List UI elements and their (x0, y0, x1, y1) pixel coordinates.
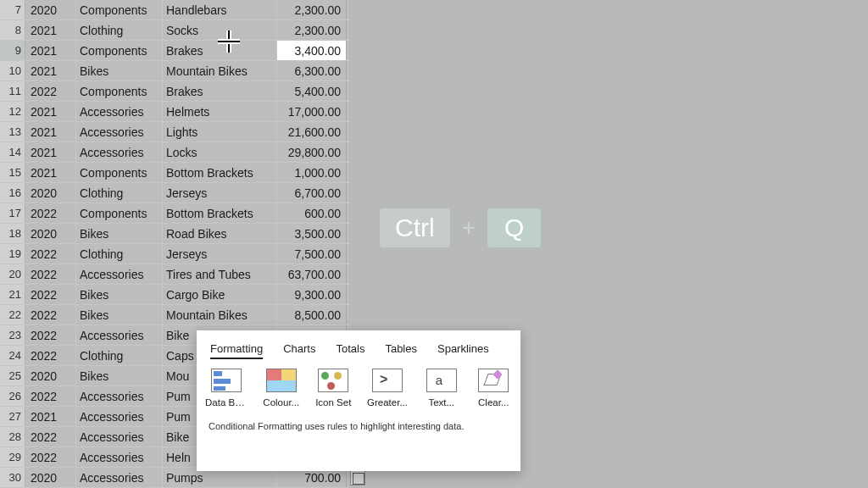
cell-year[interactable]: 2022 (25, 386, 76, 406)
format-option-textc[interactable]: Text... (423, 369, 460, 408)
cell-subcategory[interactable]: Handlebars (163, 0, 277, 19)
cell-year[interactable]: 2022 (25, 447, 76, 467)
cell-value[interactable]: 3,500.00 (277, 224, 347, 243)
row-header[interactable]: 17 (0, 203, 25, 223)
cell-category[interactable]: Accessories (76, 325, 163, 345)
cell-year[interactable]: 2020 (25, 0, 76, 19)
row-header[interactable]: 16 (0, 183, 25, 202)
format-option-colour[interactable]: Colour... (263, 369, 300, 408)
row-header[interactable]: 28 (0, 427, 25, 446)
cell-category[interactable]: Bikes (76, 61, 163, 80)
cell-category[interactable]: Accessories (76, 122, 163, 141)
table-row[interactable]: 192022ClothingJerseys7,500.00 (0, 244, 349, 264)
row-header[interactable]: 18 (0, 224, 25, 243)
cell-subcategory[interactable]: Jerseys (163, 244, 277, 263)
cell-value[interactable]: 6,700.00 (277, 183, 347, 202)
row-header[interactable]: 25 (0, 366, 25, 385)
cell-subcategory[interactable]: Bottom Brackets (163, 203, 277, 223)
row-header[interactable]: 30 (0, 468, 25, 487)
cell-subcategory[interactable]: Brakes (163, 41, 277, 60)
table-row[interactable]: 102021BikesMountain Bikes6,300.00 (0, 61, 349, 81)
row-header[interactable]: 29 (0, 447, 25, 467)
cell-year[interactable]: 2022 (25, 346, 76, 365)
cell-value[interactable]: 29,800.00 (277, 142, 347, 162)
row-header[interactable]: 20 (0, 264, 25, 284)
row-header[interactable]: 14 (0, 142, 25, 162)
row-header[interactable]: 26 (0, 386, 25, 406)
cell-value[interactable]: 5,400.00 (277, 81, 347, 101)
table-row[interactable]: 222022BikesMountain Bikes8,500.00 (0, 305, 349, 325)
cell-category[interactable]: Clothing (76, 346, 163, 365)
cell-category[interactable]: Accessories (76, 468, 163, 487)
cell-value[interactable]: 17,000.00 (277, 102, 347, 121)
row-header[interactable]: 12 (0, 102, 25, 121)
cell-category[interactable]: Bikes (76, 224, 163, 243)
row-header[interactable]: 24 (0, 346, 25, 365)
row-header[interactable]: 11 (0, 81, 25, 101)
table-row[interactable]: 172022ComponentsBottom Brackets600.00 (0, 203, 349, 224)
table-row[interactable]: 92021ComponentsBrakes3,400.00 (0, 41, 349, 61)
cell-category[interactable]: Clothing (76, 20, 163, 40)
table-row[interactable]: 132021AccessoriesLights21,600.00 (0, 122, 349, 142)
cell-category[interactable]: Clothing (76, 244, 163, 263)
table-row[interactable]: 142021AccessoriesLocks29,800.00 (0, 142, 349, 163)
table-row[interactable]: 212022BikesCargo Bike9,300.00 (0, 285, 349, 305)
cell-value[interactable]: 7,500.00 (277, 244, 347, 263)
cell-value[interactable]: 2,300.00 (277, 20, 347, 40)
row-header[interactable]: 9 (0, 41, 25, 60)
row-header[interactable]: 15 (0, 163, 25, 182)
row-header[interactable]: 7 (0, 0, 25, 19)
cell-year[interactable]: 2022 (25, 81, 76, 101)
cell-year[interactable]: 2021 (25, 163, 76, 182)
cell-year[interactable]: 2021 (25, 41, 76, 60)
cell-year[interactable]: 2022 (25, 203, 76, 223)
popup-tab-charts[interactable]: Charts (283, 342, 315, 355)
table-row[interactable]: 72020ComponentsHandlebars2,300.00 (0, 0, 349, 20)
cell-category[interactable]: Accessories (76, 386, 163, 406)
row-header[interactable]: 23 (0, 325, 25, 345)
cell-category[interactable]: Accessories (76, 142, 163, 162)
cell-category[interactable]: Clothing (76, 183, 163, 202)
cell-subcategory[interactable]: Lights (163, 122, 277, 141)
cell-value[interactable]: 1,000.00 (277, 163, 347, 182)
row-header[interactable]: 22 (0, 305, 25, 324)
cell-value[interactable]: 63,700.00 (277, 264, 347, 284)
cell-year[interactable]: 2022 (25, 427, 76, 446)
cell-subcategory[interactable]: Cargo Bike (163, 285, 277, 304)
format-option-greater[interactable]: Greater... (367, 369, 408, 408)
cell-category[interactable]: Accessories (76, 407, 163, 426)
cell-category[interactable]: Accessories (76, 427, 163, 446)
cell-subcategory[interactable]: Tires and Tubes (163, 264, 277, 284)
cell-subcategory[interactable]: Bottom Brackets (163, 163, 277, 182)
cell-subcategory[interactable]: Brakes (163, 81, 277, 101)
table-row[interactable]: 182020BikesRoad Bikes3,500.00 (0, 224, 349, 244)
cell-category[interactable]: Bikes (76, 285, 163, 304)
table-row[interactable]: 82021ClothingSocks2,300.00 (0, 20, 349, 41)
table-row[interactable]: 112022ComponentsBrakes5,400.00 (0, 81, 349, 102)
cell-value[interactable]: 8,500.00 (277, 305, 347, 324)
cell-value[interactable]: 9,300.00 (277, 285, 347, 304)
cell-subcategory[interactable]: Socks (163, 20, 277, 40)
format-option-clear[interactable]: Clear... (475, 369, 512, 408)
cell-category[interactable]: Components (76, 163, 163, 182)
row-header[interactable]: 19 (0, 244, 25, 263)
cell-subcategory[interactable]: Locks (163, 142, 277, 162)
cell-category[interactable]: Components (76, 41, 163, 60)
cell-category[interactable]: Components (76, 81, 163, 101)
cell-subcategory[interactable]: Road Bikes (163, 224, 277, 243)
row-header[interactable]: 27 (0, 407, 25, 426)
row-header[interactable]: 13 (0, 122, 25, 141)
cell-category[interactable]: Components (76, 203, 163, 223)
table-row[interactable]: 202022AccessoriesTires and Tubes63,700.0… (0, 264, 349, 285)
popup-tab-sparklines[interactable]: Sparklines (437, 342, 489, 355)
quick-analysis-button[interactable] (350, 470, 365, 485)
cell-year[interactable]: 2021 (25, 142, 76, 162)
cell-year[interactable]: 2022 (25, 325, 76, 345)
cell-subcategory[interactable]: Jerseys (163, 183, 277, 202)
table-row[interactable]: 162020ClothingJerseys6,700.00 (0, 183, 349, 203)
cell-year[interactable]: 2021 (25, 102, 76, 121)
popup-tab-tables[interactable]: Tables (385, 342, 417, 355)
table-row[interactable]: 122021AccessoriesHelmets17,000.00 (0, 102, 349, 122)
format-option-iconset[interactable]: Icon Set (315, 369, 353, 408)
cell-year[interactable]: 2021 (25, 122, 76, 141)
